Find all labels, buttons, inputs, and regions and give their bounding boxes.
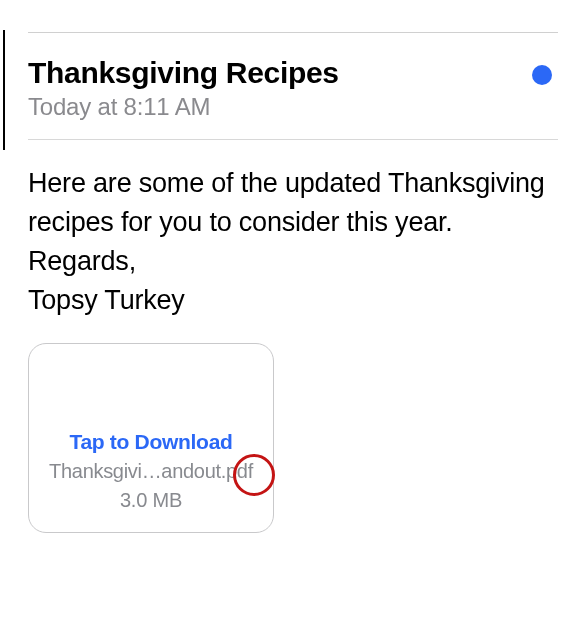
body-paragraph: Here are some of the updated Thanksgivin… [28,164,558,242]
attachment-size: 3.0 MB [120,489,182,512]
unread-indicator-icon [532,65,552,85]
email-timestamp: Today at 8:11 AM [28,93,339,121]
email-subject: Thanksgiving Recipes [28,55,339,91]
attachment-filename: Thanksgivi…andout.pdf [49,460,253,483]
email-body: Here are some of the updated Thanksgivin… [28,140,558,321]
body-signature-line: Regards, [28,242,558,281]
attachment-card[interactable]: Tap to Download Thanksgivi…andout.pdf 3.… [28,343,274,533]
email-header: Thanksgiving Recipes Today at 8:11 AM [28,33,558,139]
body-sender-name: Topsy Turkey [28,281,558,320]
download-action-label: Tap to Download [69,430,232,454]
left-edge-bar [3,30,5,150]
